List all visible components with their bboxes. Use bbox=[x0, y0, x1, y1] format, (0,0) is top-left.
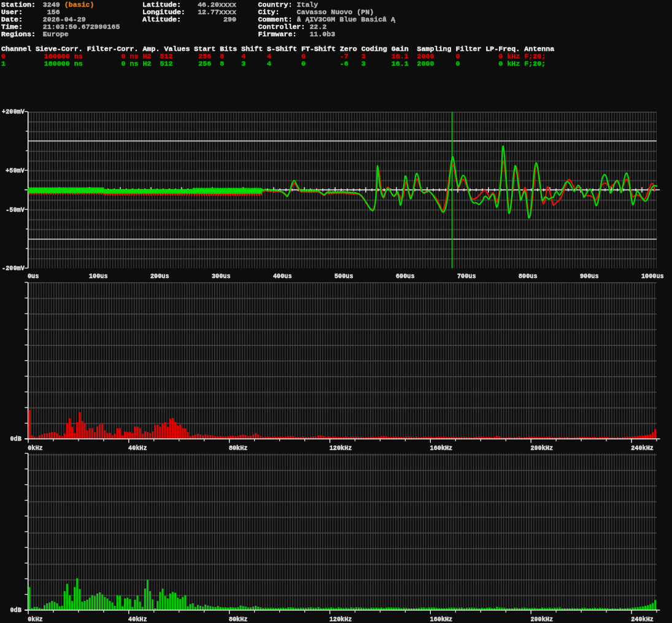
svg-text:22.2: 22.2 bbox=[309, 23, 326, 31]
svg-text:160kHz: 160kHz bbox=[430, 616, 453, 623]
svg-text:12.77xxxx: 12.77xxxx bbox=[198, 8, 236, 16]
svg-text:240kHz: 240kHz bbox=[631, 445, 654, 452]
svg-text:40kHz: 40kHz bbox=[128, 616, 147, 623]
svg-text:Time:: Time: bbox=[1, 23, 23, 31]
svg-text:80kHz: 80kHz bbox=[229, 445, 248, 452]
svg-text:Regions:: Regions: bbox=[1, 30, 36, 38]
svg-text:0kHz: 0kHz bbox=[28, 445, 42, 452]
svg-text:800us: 800us bbox=[519, 273, 538, 280]
svg-text:40kHz: 40kHz bbox=[128, 445, 147, 452]
svg-text:200kHz: 200kHz bbox=[530, 445, 553, 452]
svg-text:Latitude:: Latitude: bbox=[142, 1, 181, 9]
svg-text:0us: 0us bbox=[28, 273, 39, 280]
svg-text:11.0b3: 11.0b3 bbox=[309, 30, 335, 38]
svg-text:-50mV: -50mV bbox=[6, 207, 25, 214]
svg-text:21:03:50.672990165: 21:03:50.672990165 bbox=[43, 23, 120, 31]
svg-text:1 180000 ns 0: 1 180000 ns 0 ns H2 512 256 8 3 4 0 -6 3… bbox=[1, 60, 546, 68]
svg-text:700us: 700us bbox=[457, 273, 476, 280]
svg-text:+50mV: +50mV bbox=[6, 168, 25, 174]
svg-text:80kHz: 80kHz bbox=[229, 616, 248, 623]
svg-text:Cavasso Nuovo (PN): Cavasso Nuovo (PN) bbox=[296, 8, 374, 16]
svg-text:2026-04-29: 2026-04-29 bbox=[43, 15, 86, 23]
svg-text:Date:: Date: bbox=[1, 15, 23, 23]
svg-text:Comment:: Comment: bbox=[258, 15, 293, 23]
svg-text:120kHz: 120kHz bbox=[330, 616, 352, 623]
svg-text:1000us: 1000us bbox=[641, 273, 664, 280]
svg-text:Europe: Europe bbox=[43, 30, 69, 38]
svg-text:Firmware:: Firmware: bbox=[258, 30, 297, 38]
svg-text:Channel Sieve-Corr. Filter-Cor: Channel Sieve-Corr. Filter-Corr. Amp. Va… bbox=[1, 45, 554, 53]
svg-text:Controller:: Controller: bbox=[258, 23, 306, 31]
svg-text:100us: 100us bbox=[89, 273, 108, 280]
svg-text:200kHz: 200kHz bbox=[530, 616, 553, 623]
svg-text:3249: 3249 bbox=[43, 1, 60, 9]
svg-text:City:: City: bbox=[258, 8, 280, 16]
svg-text:0kHz: 0kHz bbox=[28, 616, 42, 623]
svg-text:Italy: Italy bbox=[296, 1, 318, 9]
svg-text:Altitude:: Altitude: bbox=[142, 15, 181, 23]
svg-text:500us: 500us bbox=[334, 273, 353, 280]
svg-text:200us: 200us bbox=[150, 273, 169, 280]
svg-text:300us: 300us bbox=[212, 273, 231, 280]
svg-text:User:: User: bbox=[1, 8, 23, 16]
svg-text:900us: 900us bbox=[580, 273, 599, 280]
svg-text:400us: 400us bbox=[273, 273, 292, 280]
svg-text:156: 156 bbox=[47, 8, 60, 16]
svg-text:600us: 600us bbox=[396, 273, 415, 280]
svg-text:Station:: Station: bbox=[1, 1, 36, 9]
svg-text:+200mV: +200mV bbox=[2, 109, 25, 115]
svg-text:160kHz: 160kHz bbox=[430, 445, 453, 452]
svg-text:-200mV: -200mV bbox=[2, 265, 25, 272]
svg-text:â ĄIV3CGM Blue Basicâ Ą: â ĄIV3CGM Blue Basicâ Ą bbox=[296, 15, 395, 23]
svg-text:240kHz: 240kHz bbox=[631, 616, 654, 623]
svg-text:46.20xxxx: 46.20xxxx bbox=[198, 1, 236, 9]
svg-text:0dB: 0dB bbox=[10, 436, 21, 443]
svg-text:Country:: Country: bbox=[258, 1, 293, 9]
svg-text:290: 290 bbox=[223, 15, 236, 23]
svg-text:0 180000 ns 0: 0 180000 ns 0 ns H2 512 256 8 4 4 0 -7 3… bbox=[1, 52, 546, 60]
svg-text:120kHz: 120kHz bbox=[330, 445, 352, 452]
svg-text:Longitude:: Longitude: bbox=[142, 8, 185, 16]
svg-text:0dB: 0dB bbox=[10, 607, 21, 614]
svg-text:(basic): (basic) bbox=[64, 1, 95, 9]
